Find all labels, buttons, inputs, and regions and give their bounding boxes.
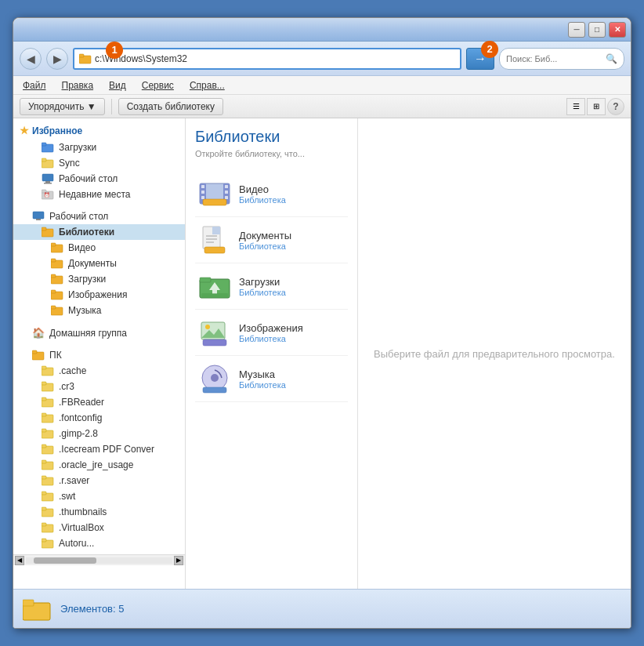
cache-label: .cache — [59, 365, 86, 376]
minimize-button[interactable]: ─ — [568, 22, 585, 38]
sidebar-item-sync[interactable]: Sync — [13, 155, 185, 171]
search-input[interactable] — [506, 54, 602, 64]
sidebar-item-homegroup[interactable]: 🏠 Домашняя группа — [13, 325, 185, 341]
libraries-pane: Библиотеки Откройте библиотеку, что... — [186, 118, 358, 589]
oracle-label: .oracle_jre_usage — [59, 459, 133, 470]
svg-rect-80 — [23, 600, 34, 606]
scroll-thumb[interactable] — [34, 557, 96, 564]
svg-rect-27 — [32, 350, 37, 354]
downloads-folder-icon — [42, 142, 54, 153]
cr3-folder-icon — [42, 381, 54, 392]
arrange-label: Упорядочить ▼ — [28, 101, 96, 112]
svg-rect-55 — [201, 185, 204, 188]
svg-rect-19 — [51, 259, 56, 262]
svg-rect-43 — [42, 476, 46, 479]
star-icon: ★ — [20, 125, 29, 136]
arrange-button[interactable]: Упорядочить ▼ — [20, 98, 105, 115]
sidebar-item-gimp[interactable]: .gimp-2.8 — [13, 426, 185, 441]
view-grid-button[interactable]: ⊞ — [587, 98, 606, 115]
thumbnails-folder-icon — [42, 506, 54, 517]
close-button[interactable]: ✕ — [609, 22, 626, 38]
menu-view[interactable]: Вид — [106, 78, 129, 93]
library-item-downloads2[interactable]: Загрузки Библиотека — [195, 263, 348, 310]
fbreader-label: .FBReader — [59, 397, 104, 408]
lib-dl-icon — [51, 274, 63, 285]
maximize-button[interactable]: □ — [588, 22, 606, 38]
sync-folder-icon — [42, 158, 54, 169]
go-button[interactable]: → 2 — [466, 48, 494, 70]
library-video-icon — [198, 177, 231, 210]
svg-rect-39 — [42, 445, 46, 448]
scroll-left-btn[interactable]: ◀ — [15, 556, 24, 565]
sidebar-item-desktop[interactable]: Рабочий стол — [13, 171, 185, 187]
library-item-docs[interactable]: Документы Библиотека — [195, 217, 348, 263]
homegroup-section: 🏠 Домашняя группа — [13, 321, 185, 344]
library-docs-type: Библиотека — [239, 241, 291, 251]
sidebar-item-rsaver[interactable]: .r.saver — [13, 473, 185, 488]
view-list-button[interactable]: ☰ — [566, 98, 585, 115]
create-library-button[interactable]: Создать библиотеку — [118, 98, 223, 115]
sidebar-item-recent[interactable]: ⏰ Недавние места — [13, 187, 185, 202]
library-item-images[interactable]: Изображения Библиотека — [195, 310, 348, 356]
desktop-root-icon — [32, 211, 45, 222]
sidebar-item-oracle[interactable]: .oracle_jre_usage — [13, 457, 185, 473]
svg-rect-72 — [201, 293, 228, 298]
menu-help[interactable]: Справ... — [186, 78, 228, 93]
svg-rect-1 — [79, 54, 84, 57]
address-bar-folder-icon — [79, 53, 92, 65]
lib-img-icon — [51, 289, 63, 300]
menu-file[interactable]: Файл — [20, 78, 49, 93]
sidebar-item-desktop-root[interactable]: Рабочий стол — [13, 209, 185, 224]
svg-rect-12 — [33, 212, 44, 219]
toolbar-separator — [111, 99, 112, 114]
svg-rect-7 — [45, 181, 50, 183]
scroll-right-btn[interactable]: ▶ — [174, 556, 183, 565]
sidebar-item-cr3[interactable]: .cr3 — [13, 379, 185, 394]
main-area: ★ Избранное Загрузки Sync — [13, 118, 631, 589]
svg-rect-15 — [42, 227, 46, 230]
svg-rect-59 — [225, 191, 228, 194]
help-button[interactable]: ? — [607, 98, 624, 115]
sidebar-item-libraries[interactable]: Библиотеки — [13, 224, 185, 240]
rsaver-folder-icon — [42, 475, 54, 486]
menu-edit[interactable]: Правка — [59, 78, 97, 93]
status-folder-icon — [23, 595, 51, 623]
favorites-section: ★ Избранное Загрузки Sync — [13, 118, 185, 205]
svg-rect-61 — [203, 199, 226, 205]
sidebar-item-fontconfig[interactable]: .fontconfig — [13, 410, 185, 426]
library-music-info: Музыка Библиотека — [239, 368, 286, 390]
gimp-folder-icon — [42, 428, 54, 439]
sidebar-item-lib-music[interactable]: Музыка — [13, 303, 185, 318]
svg-rect-69 — [200, 278, 211, 282]
fbreader-folder-icon — [42, 397, 54, 408]
sidebar-item-fbreader[interactable]: .FBReader — [13, 394, 185, 410]
toolbar: Упорядочить ▼ Создать библиотеку ☰ ⊞ ? — [13, 95, 631, 118]
cr3-label: .cr3 — [59, 381, 74, 392]
menu-service[interactable]: Сервис — [139, 78, 177, 93]
library-item-video[interactable]: Видео Библиотека — [195, 171, 348, 217]
virtualbox-label: .VirtualBox — [59, 522, 104, 533]
sidebar-item-thumbnails[interactable]: .thumbnails — [13, 504, 185, 520]
svg-rect-47 — [42, 507, 46, 510]
library-item-music[interactable]: Музыка Библиотека — [195, 356, 348, 402]
sidebar-item-virtualbox[interactable]: .VirtualBox — [13, 520, 185, 535]
sidebar-item-pc[interactable]: ПК — [13, 347, 185, 363]
sidebar-item-lib-downloads[interactable]: Загрузки — [13, 271, 185, 287]
sidebar-item-lib-video[interactable]: Видео — [13, 240, 185, 256]
sidebar-item-downloads[interactable]: Загрузки — [13, 140, 185, 155]
sidebar-item-autoru[interactable]: Autoru... — [13, 535, 185, 551]
sidebar-item-icecream[interactable]: .Icecream PDF Conver — [13, 441, 185, 457]
thumbnails-label: .thumbnails — [59, 506, 107, 517]
lib-img-label: Изображения — [68, 289, 127, 300]
sidebar-item-cache[interactable]: .cache — [13, 363, 185, 379]
sidebar-item-lib-images[interactable]: Изображения — [13, 287, 185, 303]
back-button[interactable]: ◀ — [20, 48, 42, 70]
sidebar-item-lib-docs[interactable]: Документы — [13, 256, 185, 271]
view-buttons: ☰ ⊞ ? — [566, 98, 624, 115]
library-docs-info: Документы Библиотека — [239, 230, 291, 251]
address-input[interactable] — [95, 53, 455, 64]
sidebar-item-swt[interactable]: .swt — [13, 488, 185, 504]
forward-button[interactable]: ▶ — [46, 48, 68, 70]
sidebar-hscrollbar[interactable]: ◀ ▶ — [13, 554, 185, 565]
sidebar: ★ Избранное Загрузки Sync — [13, 118, 186, 589]
